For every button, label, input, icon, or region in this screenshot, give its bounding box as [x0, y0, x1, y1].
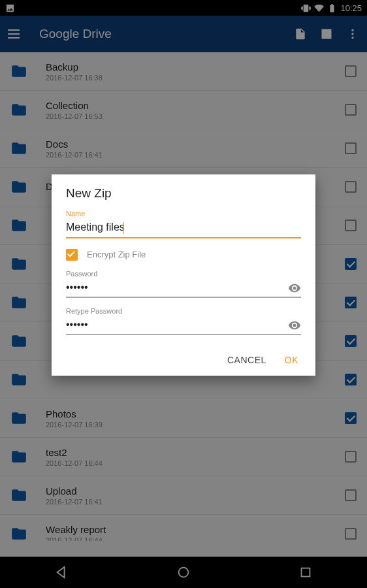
name-label: Name	[66, 210, 301, 218]
retype-label: Retype Password	[66, 307, 301, 315]
new-zip-dialog: New Zip Name Meeting files Encrypt Zip F…	[52, 174, 315, 376]
cancel-button[interactable]: CANCEL	[227, 355, 266, 365]
encrypt-checkbox[interactable]	[66, 249, 78, 261]
retype-input[interactable]	[66, 316, 301, 335]
eye-icon[interactable]	[288, 282, 301, 295]
name-input[interactable]: Meeting files	[66, 219, 301, 238]
password-input[interactable]	[66, 279, 301, 298]
password-label: Password	[66, 270, 301, 278]
dialog-title: New Zip	[66, 186, 301, 201]
encrypt-label: Encrypt Zip File	[87, 250, 146, 259]
ok-button[interactable]: OK	[285, 355, 298, 365]
eye-icon[interactable]	[288, 319, 301, 332]
